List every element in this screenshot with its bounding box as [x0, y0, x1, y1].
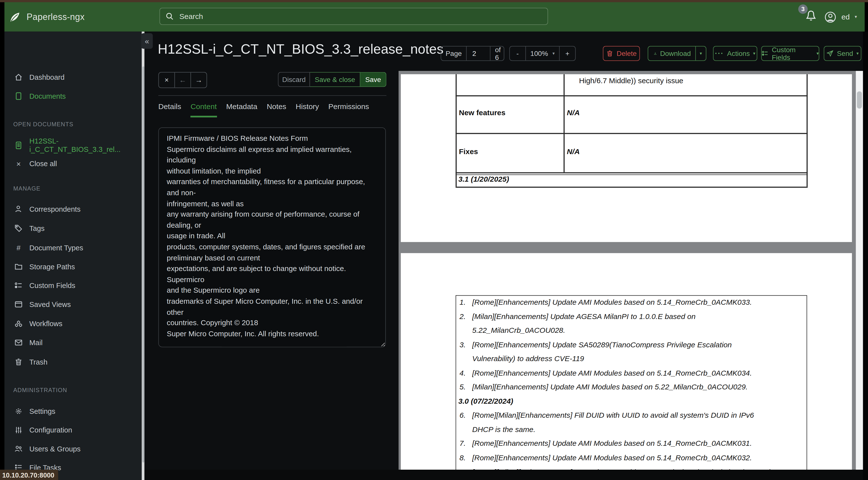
zoom-caret-icon: ▾	[552, 51, 555, 56]
page-label: Page	[441, 47, 466, 60]
download-label: Download	[660, 50, 691, 57]
sidebar-item-saved-views[interactable]: Saved Views	[4, 296, 142, 312]
person-icon	[14, 205, 23, 213]
tab-bar: Details Content Metadata Notes History P…	[158, 102, 369, 117]
list-item: 5.22_MilanCrb_0ACOU028.	[472, 326, 565, 334]
send-button[interactable]: Send ▾	[824, 46, 861, 61]
pdf-version-row: 3.1 (1/20/2025)	[458, 175, 509, 183]
sidebar-item-label: Users & Groups	[29, 445, 81, 453]
sidebar-item-custom-fields[interactable]: Custom Fields	[4, 277, 142, 293]
content-textarea[interactable]: IPMI Firmware / BIOS Release Notes Form …	[158, 127, 386, 347]
zoom-out-button[interactable]: -	[510, 47, 525, 60]
caret-down-icon: ▾	[857, 51, 859, 56]
sidebar-close-all[interactable]: × Close all	[4, 156, 142, 171]
manage-header: MANAGE	[13, 185, 40, 192]
page-input[interactable]	[471, 49, 486, 58]
pdf-row-value: N/A	[567, 109, 580, 117]
table-border	[564, 74, 564, 172]
zoom-value: 100%	[530, 50, 548, 57]
delete-label: Delete	[617, 50, 637, 57]
sidebar-item-label: Storage Paths	[29, 262, 75, 271]
sidebar-item-document-types[interactable]: # Document Types	[4, 240, 142, 255]
download-icon	[654, 50, 657, 57]
delete-button[interactable]: Delete	[603, 46, 640, 61]
previous-document-button[interactable]: ←	[175, 72, 190, 88]
table-border	[456, 187, 808, 187]
pdf-row-value: N/A	[567, 147, 580, 156]
sidebar-item-storage-paths[interactable]: Storage Paths	[4, 259, 142, 274]
file-icon	[14, 92, 23, 100]
table-border	[456, 172, 808, 173]
tag-icon	[14, 224, 23, 232]
sidebar-item-settings[interactable]: Settings	[4, 403, 142, 419]
sidebar-item-trash[interactable]: Trash	[4, 354, 142, 369]
administration-header: ADMINISTRATION	[13, 387, 67, 393]
sidebar-item-label: Dashboard	[29, 73, 64, 81]
folder-icon	[14, 262, 23, 271]
sidebar-item-label: Correspondents	[29, 205, 81, 213]
sidebar-scrollbar-thumb[interactable]	[142, 66, 144, 462]
pdf-scrollbar-track[interactable]	[856, 71, 863, 470]
sidebar-item-configuration[interactable]: Configuration	[4, 422, 142, 438]
page-navigation-group: Page of 6	[441, 46, 504, 61]
tab-content[interactable]: Content	[191, 102, 217, 117]
list-item: [Rome][Enhancements] Update AMI Modules …	[472, 439, 752, 448]
sidebar-item-documents[interactable]: Documents	[4, 88, 142, 103]
sliders-icon	[14, 426, 23, 434]
list-number: 4.	[460, 369, 472, 377]
tab-notes[interactable]: Notes	[267, 102, 286, 117]
pdf-table-overflow-text: High/6.7 Middle)) security issue	[579, 77, 683, 85]
sidebar-item-label: Saved Views	[29, 300, 71, 308]
tab-details[interactable]: Details	[158, 102, 181, 117]
username[interactable]: ed	[841, 13, 850, 21]
sidebar-item-tags[interactable]: Tags	[4, 220, 142, 236]
next-document-button[interactable]: →	[190, 72, 207, 88]
list-item: Vulnerability) to address CVE-119	[472, 355, 584, 363]
caret-down-icon: ▾	[753, 51, 755, 56]
download-button[interactable]: Download ▾	[648, 46, 707, 61]
tab-permissions[interactable]: Permissions	[329, 102, 369, 117]
sidebar-item-workflows[interactable]: Workflows	[4, 316, 142, 331]
custom-fields-button[interactable]: Custom Fields ▾	[761, 46, 819, 61]
caret-down-icon: ▾	[816, 51, 819, 56]
pdf-page-1: High/6.7 Middle)) security issue New fea…	[401, 74, 852, 242]
close-document-button[interactable]: ×	[159, 72, 175, 88]
sidebar-item-mail[interactable]: Mail	[4, 334, 142, 350]
brand[interactable]: Paperless-ngx	[9, 11, 85, 23]
notifications-button[interactable]: 3	[805, 9, 819, 25]
open-documents-header: OPEN DOCUMENTS	[13, 121, 73, 127]
tab-metadata[interactable]: Metadata	[226, 102, 257, 117]
home-icon	[14, 73, 23, 81]
sidebar-item-users-groups[interactable]: Users & Groups	[4, 441, 142, 456]
tab-history[interactable]: History	[296, 102, 319, 117]
status-url-tooltip: 10.10.20.70:8000	[0, 470, 58, 480]
save-button[interactable]: Save	[361, 72, 386, 87]
pdf-scrollbar-thumb[interactable]	[857, 91, 862, 109]
download-dropdown-caret[interactable]: ▾	[695, 47, 706, 60]
sidebar-item-dashboard[interactable]: Dashboard	[4, 69, 142, 85]
zoom-level-dropdown[interactable]: 100% ▾	[525, 47, 560, 60]
save-and-close-button[interactable]: Save & close	[310, 72, 361, 87]
discard-button[interactable]: Discard	[278, 72, 310, 87]
sidebar-item-correspondents[interactable]: Correspondents	[4, 201, 142, 217]
user-menu-caret-icon[interactable]: ▾	[855, 15, 857, 19]
list-item: DHCP is the same.	[472, 425, 535, 434]
paperless-logo-icon	[9, 11, 21, 23]
list-item: [Milan][Enhancements] Update AGESA Milan…	[472, 312, 695, 321]
collapse-sidebar-button[interactable]: «	[141, 33, 153, 49]
list-number: 8.	[460, 454, 472, 462]
user-avatar-icon[interactable]	[824, 11, 837, 23]
actions-button[interactable]: ··· Actions ▾	[713, 46, 757, 61]
save-button-group: Discard Save & close Save	[278, 72, 386, 87]
caret-down-icon: ▾	[700, 51, 702, 56]
list-number: 1.	[460, 298, 472, 306]
search-bar[interactable]	[159, 8, 548, 25]
list-number: 5.	[460, 383, 472, 391]
zoom-in-button[interactable]: +	[560, 47, 575, 60]
list-item: [Rome][Milan][Enhancements] Fill DUID wi…	[472, 411, 754, 419]
search-input[interactable]	[178, 11, 542, 21]
sidebar-open-document[interactable]: H12SSL-i_C_CT_NT_BIOS_3.3_rel...	[4, 137, 142, 153]
envelope-icon	[14, 338, 23, 347]
pdf-row-label: Fixes	[459, 147, 478, 156]
page-total-label: of 6	[491, 47, 505, 60]
